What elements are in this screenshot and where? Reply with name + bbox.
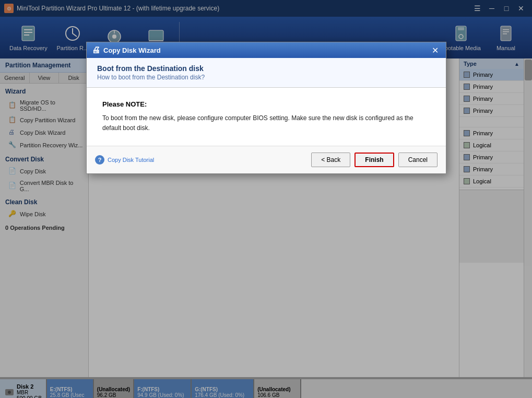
dialog-header-title: Boot from the Destination disk [97,64,435,73]
help-circle-icon: ? [95,155,104,165]
cancel-button[interactable]: Cancel [398,153,438,167]
dialog-close-button[interactable]: ✕ [429,44,441,56]
dialog-help-link[interactable]: ? Copy Disk Tutorial [95,155,154,165]
copy-disk-wizard-dialog: 🖨 Copy Disk Wizard ✕ Boot from the Desti… [86,42,446,174]
dialog-note-text: To boot from the new disk, please config… [102,113,430,133]
dialog-footer: ? Copy Disk Tutorial < Back Finish Cance… [87,146,446,173]
dialog-note-title: Please NOTE: [102,100,430,108]
help-link-text: Copy Disk Tutorial [108,157,154,163]
dialog-title-area: 🖨 Copy Disk Wizard [92,45,161,55]
dialog-title-icon: 🖨 [92,45,100,55]
dialog-title: Copy Disk Wizard [103,46,161,54]
dialog-footer-buttons: < Back Finish Cancel [311,153,438,167]
dialog-header-subtitle: How to boot from the Destination disk? [97,74,435,81]
dialog-body: Please NOTE: To boot from the new disk, … [87,88,446,146]
finish-button[interactable]: Finish [354,153,394,167]
back-button[interactable]: < Back [311,153,350,167]
dialog-header: Boot from the Destination disk How to bo… [87,58,446,88]
dialog-titlebar: 🖨 Copy Disk Wizard ✕ [87,42,446,58]
